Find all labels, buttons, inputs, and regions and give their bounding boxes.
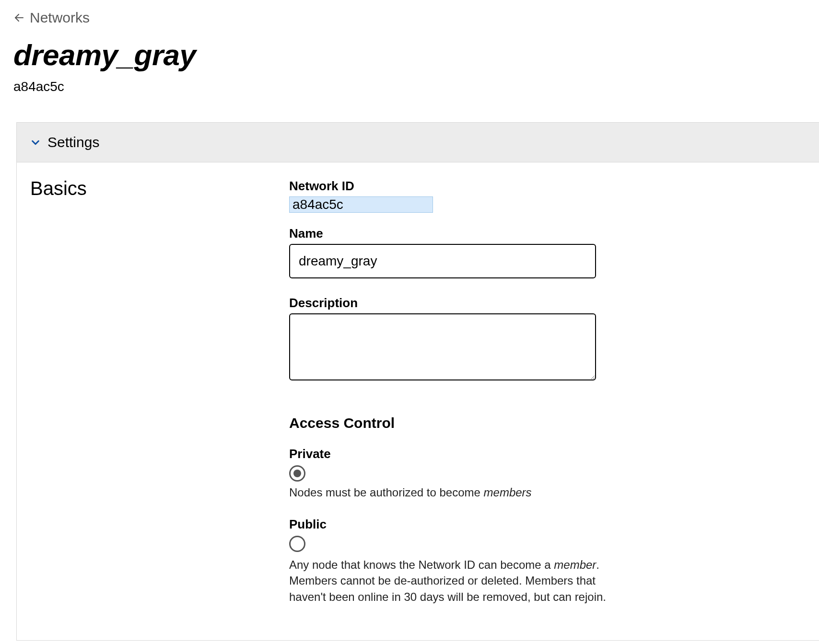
network-id-value[interactable]: a84ac5c [289,196,433,213]
radio-selected-icon [293,470,301,477]
access-control-heading: Access Control [289,415,806,431]
network-id-subtitle: a84ac5c [13,79,64,94]
page-title: dreamy_gray [13,39,819,70]
back-link-label: Networks [30,10,90,26]
private-help-text: Nodes must be authorized to become membe… [289,484,625,501]
public-radio[interactable] [289,536,305,552]
settings-panel-title: Settings [47,134,99,150]
description-input[interactable] [289,313,596,380]
arrow-left-icon [13,12,25,23]
settings-panel-body: Basics Network ID a84ac5c Name Descripti… [17,162,819,640]
private-radio-label: Private [289,447,806,461]
description-label: Description [289,296,806,310]
chevron-down-icon [30,137,41,148]
network-id-label: Network ID [289,179,806,194]
settings-panel: Settings Basics Network ID a84ac5c Name … [16,122,819,641]
public-radio-label: Public [289,517,806,532]
name-label: Name [289,226,806,241]
name-input[interactable] [289,244,596,278]
public-help-text: Any node that knows the Network ID can b… [289,557,625,605]
basics-heading: Basics [30,178,260,199]
back-to-networks-link[interactable]: Networks [13,10,90,26]
private-radio[interactable] [289,465,305,482]
settings-panel-header[interactable]: Settings [17,123,819,162]
